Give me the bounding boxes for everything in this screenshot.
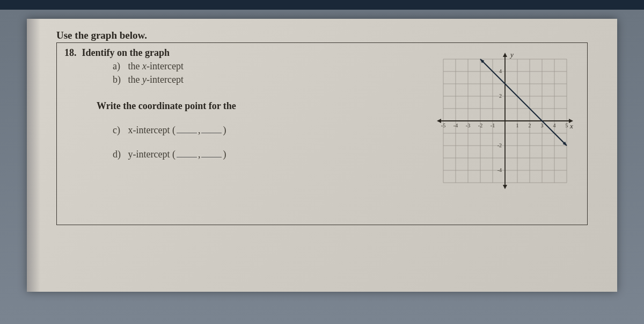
- svg-text:y: y: [509, 51, 514, 59]
- item-d-sep: ,: [198, 149, 201, 160]
- item-c-sep: ,: [198, 125, 201, 135]
- item-c-blank2: [201, 126, 222, 133]
- problem-number: 18.: [64, 47, 77, 58]
- item-d-letter: d): [113, 149, 126, 160]
- item-c-blank1: [177, 126, 197, 133]
- problem-heading: Identify on the graph: [82, 47, 170, 58]
- item-d-label: y-intercept: [128, 149, 170, 160]
- item-d-blank1: [177, 150, 197, 157]
- svg-text:-4: -4: [497, 167, 502, 173]
- item-d-open: (: [172, 149, 175, 160]
- item-b-pre: the: [128, 74, 143, 85]
- svg-text:2: 2: [529, 123, 531, 128]
- item-b-letter: b): [113, 74, 126, 85]
- svg-text:-2: -2: [497, 142, 502, 148]
- item-c-label: x-intercept: [128, 125, 170, 135]
- graph: -5-4-3-2-112345-4-224yx: [433, 48, 577, 193]
- svg-marker-25: [437, 119, 441, 123]
- svg-marker-27: [503, 185, 507, 189]
- item-d-close: ): [223, 149, 226, 160]
- item-a-var: x: [142, 61, 147, 71]
- item-d-blank2: [201, 150, 222, 157]
- svg-text:1: 1: [516, 123, 519, 128]
- problem-box: 18. Identify on the graph a) the x-inter…: [56, 42, 588, 225]
- item-a-post: -intercept: [147, 61, 184, 71]
- svg-text:2: 2: [499, 93, 502, 99]
- item-c-close: ): [223, 125, 226, 135]
- item-b-var: y: [142, 74, 147, 85]
- svg-text:5: 5: [566, 123, 568, 128]
- item-c-open: (: [172, 125, 175, 135]
- worksheet-page: Use the graph below. 18. Identify on the…: [27, 19, 617, 292]
- svg-text:3: 3: [541, 123, 544, 128]
- item-c-letter: c): [113, 125, 126, 136]
- section-title: Use the graph below.: [56, 30, 588, 41]
- graph-svg: -5-4-3-2-112345-4-224yx: [433, 48, 577, 193]
- svg-text:-2: -2: [478, 123, 482, 128]
- item-a-pre: the: [128, 61, 143, 71]
- svg-text:-3: -3: [466, 123, 470, 128]
- svg-text:-4: -4: [453, 123, 458, 128]
- svg-text:4: 4: [499, 68, 502, 74]
- svg-text:x: x: [569, 122, 573, 130]
- item-b-post: -intercept: [147, 74, 184, 85]
- svg-text:-5: -5: [441, 123, 445, 128]
- svg-text:-1: -1: [491, 123, 495, 128]
- svg-text:4: 4: [553, 123, 556, 128]
- item-a-letter: a): [113, 61, 126, 72]
- svg-marker-26: [503, 53, 507, 57]
